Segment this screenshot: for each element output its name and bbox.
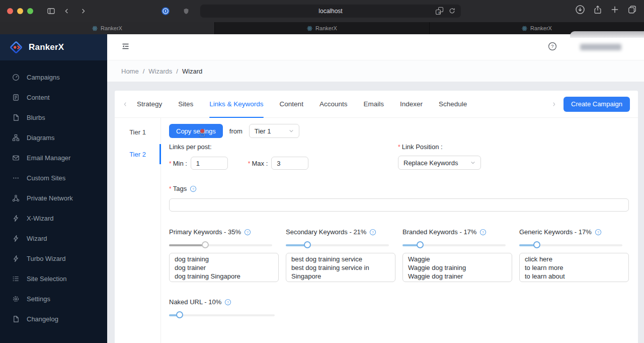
help-circle-icon[interactable]: ? (224, 299, 231, 306)
keyword-percent-slider[interactable] (286, 239, 389, 252)
tier-tab-1[interactable]: Tier 1 (115, 121, 160, 143)
share-icon[interactable] (593, 5, 602, 17)
tab-sites[interactable]: Sites (178, 91, 193, 117)
shield-icon[interactable] (180, 5, 193, 18)
tier-tab-2[interactable]: Tier 2 (115, 143, 160, 165)
sidebar-item-turbo-wizard[interactable]: Turbo Wizard (0, 248, 107, 268)
slider-handle[interactable] (176, 311, 183, 318)
sidebar-item-changelog[interactable]: Changelog (0, 309, 107, 329)
tabs-scroll-left-icon[interactable] (123, 102, 128, 107)
zoom-button[interactable] (27, 8, 33, 14)
required-asterisk: * (169, 160, 172, 167)
sidebar-item-content[interactable]: Content (0, 87, 107, 107)
tabs-scroll-right-icon[interactable] (551, 102, 556, 107)
tags-input[interactable] (169, 198, 629, 212)
browser-tab-label: RankerX (315, 25, 337, 31)
app-logo[interactable]: RankerX (0, 34, 107, 60)
tab-accounts[interactable]: Accounts (319, 91, 348, 117)
browser-tab-strip: RankerX RankerX RankerX (0, 22, 644, 34)
sidebar-nav: Campaigns Content Blurbs Diagrams Email … (0, 60, 107, 329)
onepassword-icon[interactable] (159, 5, 172, 18)
rankerx-logo-icon (9, 40, 24, 55)
keywords-textarea[interactable]: dog training dog trainer dog training Si… (169, 253, 279, 282)
copy-settings-button[interactable]: Copy settings ☝ (169, 124, 223, 138)
wizard-tab-bar: Strategy Sites Links & Keywords Content … (115, 91, 638, 118)
bolt-icon (12, 255, 20, 262)
forward-icon[interactable] (76, 5, 90, 18)
minimize-button[interactable] (17, 8, 23, 14)
translate-icon[interactable]: a (435, 7, 444, 17)
brand-name: RankerX (29, 42, 64, 52)
address-bar[interactable]: localhost a (200, 5, 461, 18)
browser-window: localhost a (0, 0, 644, 343)
sidebar-item-blurbs[interactable]: Blurbs (0, 107, 107, 127)
svg-text:?: ? (192, 187, 194, 190)
slider-handle[interactable] (417, 241, 424, 248)
new-tab-icon[interactable] (610, 5, 619, 16)
dashboard-icon (12, 74, 20, 81)
reload-icon[interactable] (448, 7, 456, 16)
links-per-post-label: Links per post: (169, 143, 398, 151)
document-icon (12, 94, 20, 101)
browser-tab-1[interactable]: RankerX (0, 22, 215, 34)
help-circle-icon[interactable]: ? (369, 229, 376, 236)
browser-tab-2[interactable]: RankerX (215, 22, 430, 34)
bolt-icon (12, 215, 20, 222)
rankerx-favicon (522, 26, 527, 31)
tab-overview-icon[interactable] (627, 5, 637, 16)
help-circle-icon[interactable]: ? (595, 229, 602, 236)
sidebar-item-x-wizard[interactable]: X-Wizard (0, 208, 107, 228)
tier-source-select[interactable]: Tier 1 (249, 124, 299, 138)
tab-strategy[interactable]: Strategy (137, 91, 162, 117)
slider-handle[interactable] (533, 241, 540, 248)
tab-content[interactable]: Content (280, 91, 303, 117)
tags-label: *Tags (169, 185, 187, 192)
back-icon[interactable] (60, 5, 73, 18)
close-button[interactable] (7, 8, 13, 14)
tab-indexer[interactable]: Indexer (400, 91, 423, 117)
sidebar-item-settings[interactable]: Settings (0, 289, 107, 309)
tab-links-keywords[interactable]: Links & Keywords (209, 91, 263, 117)
link-position-select[interactable]: Replace Keywords (398, 156, 481, 170)
keyword-percent-slider[interactable] (403, 239, 506, 252)
keywords-textarea[interactable]: best dog training service best dog train… (286, 253, 395, 282)
max-input[interactable] (271, 157, 308, 170)
sidebar-item-site-selection[interactable]: Site Selection (0, 268, 107, 289)
traffic-lights (7, 8, 33, 14)
help-circle-icon[interactable]: ? (479, 229, 487, 236)
link-position-label: *Link Position : (398, 143, 629, 151)
slider-handle[interactable] (304, 241, 311, 248)
breadcrumb-item-wizards[interactable]: Wizards (148, 67, 172, 75)
help-icon[interactable]: ? (548, 42, 557, 53)
breadcrumb-item-home[interactable]: Home (121, 67, 139, 75)
downloads-icon[interactable] (575, 5, 585, 17)
sidebar-item-email-manager[interactable]: Email Manager (0, 148, 107, 168)
ellipsis-icon (12, 174, 20, 182)
sidebar-item-diagrams[interactable]: Diagrams (0, 127, 107, 148)
browser-chrome: localhost a (0, 0, 644, 22)
menu-fold-icon[interactable] (121, 42, 130, 52)
keyword-percent-slider[interactable] (519, 239, 622, 252)
svg-text:?: ? (247, 230, 249, 234)
sidebar-toggle-icon[interactable] (44, 5, 57, 18)
network-icon (12, 194, 20, 202)
keywords-textarea[interactable]: Waggie Waggie dog training Waggie dog tr… (403, 253, 512, 282)
help-circle-icon[interactable]: ? (190, 185, 197, 192)
sidebar-item-wizard[interactable]: Wizard (0, 228, 107, 248)
keywords-textarea[interactable]: click here to learn more to learn about (519, 253, 629, 282)
keyword-group-branded: Branded Keywords - 17% ? Waggie Waggie d… (403, 228, 512, 284)
naked-url-slider[interactable] (169, 309, 275, 322)
gear-icon (12, 295, 20, 303)
tab-emails[interactable]: Emails (363, 91, 384, 117)
create-campaign-button[interactable]: Create Campaign (564, 97, 630, 112)
keyword-percent-slider[interactable] (169, 239, 272, 252)
keyword-group-primary: Primary Keywords - 35% ? dog training do… (169, 228, 279, 284)
slider-handle[interactable] (202, 241, 209, 248)
max-label: *Max : (248, 160, 268, 167)
sidebar-item-private-network[interactable]: Private Network (0, 188, 107, 208)
sidebar-item-campaigns[interactable]: Campaigns (0, 67, 107, 87)
help-circle-icon[interactable]: ? (244, 229, 251, 236)
sidebar-item-custom-sites[interactable]: Custom Sites (0, 168, 107, 188)
min-input[interactable] (191, 157, 228, 170)
tab-schedule[interactable]: Schedule (439, 91, 467, 117)
